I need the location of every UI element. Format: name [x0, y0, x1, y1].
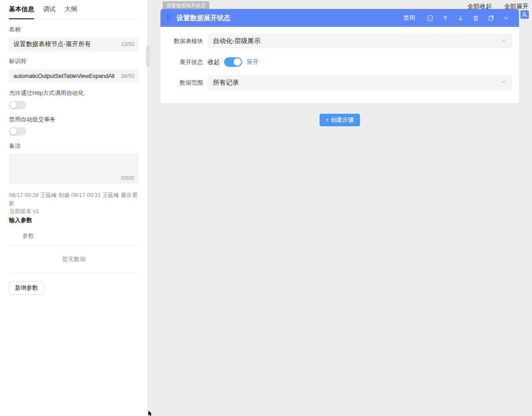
identifier-input[interactable]: automaticOutputSetTableViewExpandAll 36/… — [9, 69, 139, 83]
properties-sidebar: 基本信息 调试 大纲 名称 设置数据表根节点-展开所有 13/50 标识符 au… — [0, 0, 148, 416]
mouse-cursor — [148, 411, 153, 416]
chevron-down-icon — [501, 79, 507, 87]
drag-handle-icon[interactable] — [167, 13, 171, 23]
step-card-header[interactable]: 设置数据展开状态 禁用 — [160, 9, 519, 27]
table-module-label: 数据表模块 — [169, 37, 203, 45]
http-toggle[interactable] — [9, 101, 26, 109]
params-empty-state: 暂无数据 — [9, 246, 139, 273]
audit-meta-line1: 06/17 00:28 王延峰 创建 06/17 00:31 王延峰 最后更新 — [9, 191, 139, 207]
sidebar-collapse-handle[interactable] — [146, 46, 150, 66]
data-scope-label: 数据范围 — [169, 79, 203, 87]
collapse-arrow-icon — [147, 55, 149, 57]
name-input[interactable]: 设置数据表根节点-展开所有 13/50 — [9, 37, 139, 51]
tab-basic-info[interactable]: 基本信息 — [9, 5, 34, 19]
autocommit-toggle[interactable] — [9, 127, 26, 136]
chevron-down-icon — [501, 37, 507, 45]
copy-icon[interactable] — [483, 15, 498, 21]
chevron-down-icon[interactable] — [498, 15, 514, 21]
trash-icon[interactable] — [468, 15, 483, 21]
file-info-icon[interactable] — [422, 15, 437, 21]
remark-textarea[interactable]: 0/500 — [9, 154, 139, 184]
autocommit-toggle-label: 禁用自动提交事务 — [9, 116, 139, 124]
name-label: 名称 — [9, 26, 139, 34]
arrow-up-icon[interactable] — [437, 15, 453, 21]
sidebar-tabs: 基本信息 调试 大纲 — [9, 0, 139, 19]
automation-canvas: 设置数据展开状态 全部收起 全部展开 设置数据展开状态 禁用 — [148, 0, 532, 416]
audit-meta-line2: 当前版本 v1 — [9, 207, 139, 215]
person-plus-icon — [522, 12, 528, 17]
remark-label: 备注 — [9, 142, 139, 150]
form-row-table-module: 数据表模块 自动化-层级展示 — [169, 27, 512, 48]
create-step-button[interactable]: + 创建步骤 — [320, 114, 359, 126]
name-counter: 13/50 — [121, 41, 134, 47]
expand-state-label: 展开状态 — [169, 58, 203, 66]
tab-debug[interactable]: 调试 — [43, 5, 56, 19]
audit-meta: 06/17 00:28 王延峰 创建 06/17 00:31 王延峰 最后更新 … — [9, 191, 139, 215]
identifier-label: 标识符 — [9, 57, 139, 65]
params-column-header: 参数 — [9, 224, 139, 246]
expand-state-control: 收起 展开 — [208, 57, 259, 67]
step-card-body: 数据表模块 自动化-层级展示 展开状态 收起 展开 — [160, 27, 519, 103]
table-module-value: 自动化-层级展示 — [213, 37, 501, 45]
data-scope-select[interactable]: 所有记录 — [208, 75, 512, 90]
data-scope-value: 所有记录 — [213, 78, 501, 87]
form-row-expand-state: 展开状态 收起 展开 — [169, 48, 512, 67]
step-card: 设置数据展开状态 禁用 — [160, 9, 519, 103]
add-param-button[interactable]: 新增参数 — [9, 281, 44, 295]
toggle-knob — [234, 58, 241, 66]
toggle-knob — [10, 102, 17, 108]
toggle-knob — [10, 128, 17, 135]
identifier-counter: 36/50 — [121, 73, 134, 79]
http-toggle-label: 允许通过Http方式调用自动化 — [9, 89, 139, 97]
create-step-wrap: + 创建步骤 — [160, 114, 519, 126]
toggle-off-text: 收起 — [208, 58, 220, 66]
step-card-title: 设置数据展开状态 — [177, 14, 230, 22]
form-row-data-scope: 数据范围 所有记录 — [169, 67, 512, 90]
expand-state-toggle[interactable] — [224, 57, 242, 67]
identifier-input-value: automaticOutputSetTableViewExpandAll — [13, 73, 119, 79]
arrow-down-icon[interactable] — [453, 15, 468, 21]
collaborator-add-button[interactable] — [520, 10, 529, 19]
tab-outline[interactable]: 大纲 — [65, 5, 77, 19]
input-params-title: 输入参数 — [9, 216, 139, 224]
step-card-actions: 禁用 — [403, 14, 514, 22]
remark-counter: 0/500 — [121, 175, 134, 181]
disable-step-button[interactable]: 禁用 — [403, 14, 415, 22]
toggle-on-text: 展开 — [247, 58, 259, 66]
name-input-value: 设置数据表根节点-展开所有 — [13, 40, 119, 48]
table-module-select[interactable]: 自动化-层级展示 — [208, 34, 512, 48]
